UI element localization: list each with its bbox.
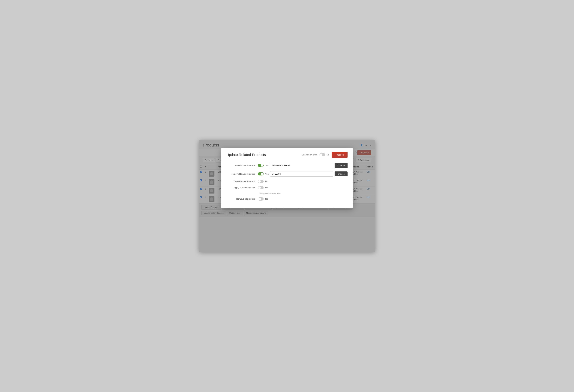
modal-field-copy_related: Copy Related Products No: [226, 180, 348, 183]
remove_all_products-label: Remove all products: [226, 198, 255, 200]
apply_both_directions-toggle[interactable]: [258, 186, 264, 189]
modal-header-right: Execute by cron No Process: [302, 152, 348, 158]
apply_both_directions-label: Apply in both directions: [226, 187, 255, 189]
remove_all_products-field-group: No: [258, 197, 348, 201]
modal-field-add_related: Add Related Products Yes Choose: [226, 163, 348, 168]
modal-field-remove_related: Remove Related Products Yes Choose: [226, 171, 348, 177]
apply_both_directions-toggle-value: No: [265, 187, 268, 189]
apply_both_directions-field-group: No: [258, 186, 348, 189]
remove_related-choose-button[interactable]: Choose: [335, 171, 348, 176]
modal-field-remove_all_products: Remove all products No: [226, 197, 348, 201]
remove_all_products-toggle-value: No: [265, 198, 268, 200]
close-icon: ×: [355, 150, 357, 154]
execute-cron-toggle-group: No: [320, 153, 329, 156]
modal-overlay: × Update Related Products Execute by cro…: [199, 140, 375, 252]
remove_related-toggle-value: Yes: [265, 173, 268, 175]
copy_related-label: Copy Related Products: [226, 180, 255, 183]
remove_related-toggle[interactable]: [258, 172, 264, 175]
add_related-field-group: Yes Choose: [258, 163, 348, 168]
execute-cron-label: Execute by cron: [302, 153, 317, 156]
remove_related-field-group: Yes Choose: [258, 171, 348, 177]
copy_related-toggle-value: No: [265, 180, 268, 183]
browser-window: Products 👤 demo ▾ Product ▾ Actions ▾ of…: [199, 140, 375, 252]
remove_all_products-toggle[interactable]: [258, 197, 264, 201]
modal-title: Update Related Products: [226, 153, 266, 157]
update-related-products-modal: × Update Related Products Execute by cro…: [221, 148, 353, 208]
copy_related-field-group: No: [258, 180, 348, 183]
modal-close-button[interactable]: ×: [354, 150, 359, 155]
apply_both_directions-hint: Link products to each other: [259, 193, 348, 194]
execute-cron-toggle[interactable]: [320, 153, 325, 156]
add_related-toggle-value: Yes: [265, 164, 268, 167]
execute-cron-value: No: [327, 153, 329, 156]
add_related-input[interactable]: [270, 163, 333, 168]
modal-header: Update Related Products Execute by cron …: [221, 148, 353, 160]
remove_related-input[interactable]: [270, 171, 333, 177]
modal-field-apply_both_directions: Apply in both directions No Link product…: [226, 186, 348, 194]
add_related-toggle[interactable]: [258, 164, 264, 167]
add_related-label: Add Related Products: [226, 164, 255, 167]
remove_related-label: Remove Related Products: [226, 173, 255, 175]
modal-body: Add Related Products Yes Choose Remove R…: [221, 160, 353, 208]
copy_related-toggle[interactable]: [258, 180, 264, 183]
add_related-choose-button[interactable]: Choose: [335, 163, 348, 168]
process-button[interactable]: Process: [332, 152, 348, 158]
